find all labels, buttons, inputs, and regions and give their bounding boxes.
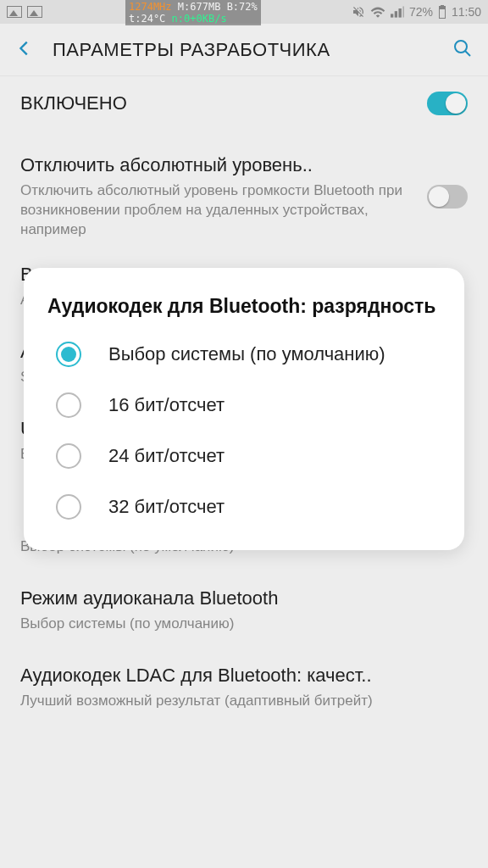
dialog-title: Аудиокодек для Bluetooth: разрядность [47,293,441,320]
option-list: Выбор системы (по умолчанию) 16 бит/отсч… [47,342,441,520]
radio-icon [56,392,81,418]
option-32bit[interactable]: 32 бит/отсчет [56,494,441,520]
bit-depth-dialog: Аудиокодек для Bluetooth: разрядность Вы… [24,268,464,550]
option-system-default[interactable]: Выбор системы (по умолчанию) [56,342,441,367]
option-label: 16 бит/отсчет [108,393,225,418]
option-label: 24 бит/отсчет [108,444,225,469]
radio-icon [56,494,81,520]
option-24bit[interactable]: 24 бит/отсчет [56,443,441,469]
option-label: Выбор системы (по умолчанию) [108,342,385,367]
radio-icon [56,342,81,367]
radio-icon [56,443,81,469]
option-label: 32 бит/отсчет [108,495,225,520]
option-16bit[interactable]: 16 бит/отсчет [56,392,441,418]
